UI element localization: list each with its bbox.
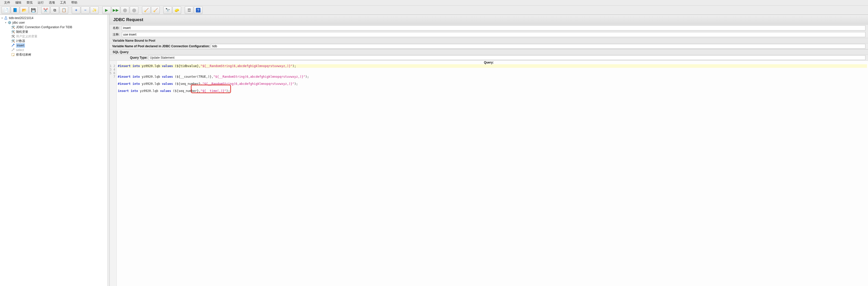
comment-input[interactable] [122,32,865,37]
query-type-select[interactable]: Update Statement [149,56,865,60]
folder-open-icon: 📂 [22,8,27,12]
gear-icon: ⚙️ [7,20,12,25]
paste-button[interactable]: 📋 [60,6,68,14]
tree-label: insert [16,43,25,48]
remove-button[interactable]: － [81,6,90,14]
menubar: 文件 编辑 查找 运行 选项 工具 帮助 [0,0,868,6]
help-button[interactable]: ? [194,6,203,14]
expand-button[interactable]: ✨ [90,6,99,14]
tree-node-counter[interactable]: · 🛠️ 计数器 [0,39,107,43]
pool-name-input[interactable] [211,44,865,48]
menu-search[interactable]: 查找 [24,0,35,5]
sql-section-header: SQL Query [110,49,868,55]
scissors-icon: ✂️ [43,8,48,12]
tree-node-thread-group[interactable]: ▾ ⚙️ jdbc user [0,20,107,25]
pagecurl-icon [11,52,15,57]
clear-button[interactable]: 🧹 [142,6,151,14]
wrench-icon: 🛠️ [11,34,15,39]
dropper-icon [11,48,15,52]
start-noTimers-button[interactable]: ▶▶ [112,6,120,14]
save-icon: 💾 [31,8,36,12]
tree-node-jdbc-config[interactable]: · 🛠️ JDBC Connection Configuration For T… [0,25,107,30]
toolbar: 📄 📘 📂 💾 ✂️ ⧉ 📋 ＋ － ✨ ▶ ▶▶ ⬤ ⬤ 🧹 🧹 🔭 🧽 ☲ … [0,6,868,15]
templates-icon: 📘 [13,8,18,12]
play-icon: ▶ [105,8,108,12]
tree-label: select [16,48,24,52]
sql-editor[interactable]: Query: 1 2 3 4 5 6 7 #insert into yz0920… [110,61,868,286]
wrench-icon: 🛠️ [11,30,15,34]
query-type-value: Update Statement [150,56,175,60]
wand-icon: ✨ [92,8,97,12]
jdbc-request-panel: JDBC Request 名称: 注释: Variable Name Bound… [110,15,868,286]
tree-label: tidb-test20221014 [9,16,33,20]
help-icon: ? [196,8,200,12]
play-fast-icon: ▶▶ [113,8,119,12]
stop-button[interactable]: ⬤ [121,6,129,14]
tree-label: 随机变量 [16,30,28,34]
minus-icon: － [84,8,87,12]
menu-options[interactable]: 选项 [46,0,58,5]
dropper-icon [11,43,15,48]
new-button[interactable]: 📄 [2,6,10,14]
flask-icon [4,16,8,20]
file-new-icon: 📄 [4,8,8,12]
broom-all-icon: 🧹 [153,8,158,12]
test-plan-tree[interactable]: ▾ tidb-test20221014 ▾ ⚙️ jdbc user [0,16,107,57]
editor-code[interactable]: #insert into yz0920.lqb values (${tidbva… [117,61,868,286]
tree-node-select-sampler[interactable]: · select [0,48,107,52]
tree-twisty-icon[interactable]: ▾ [4,20,7,25]
plus-icon: ＋ [74,8,78,12]
query-type-label: Query Type: [130,56,149,60]
function-helper-button[interactable]: ☲ [185,6,193,14]
clear-all-button[interactable]: 🧹 [151,6,160,14]
tree-label: 察看结果树 [16,52,31,57]
tree-twisty-icon[interactable]: ▾ [1,16,4,20]
save-button[interactable]: 💾 [29,6,38,14]
start-button[interactable]: ▶ [102,6,111,14]
panel-title: JDBC Request [110,15,868,25]
editor-gutter: 1 2 3 4 5 6 7 [110,61,117,286]
copy-button[interactable]: ⧉ [50,6,59,14]
tree-node-insert-sampler[interactable]: · insert [0,43,107,48]
copy-icon: ⧉ [54,8,56,12]
name-label: 名称: [112,26,122,30]
tree-node-test-plan[interactable]: ▾ tidb-test20221014 [0,16,107,20]
menu-file[interactable]: 文件 [2,0,13,5]
menu-help[interactable]: 帮助 [69,0,80,5]
menu-tools[interactable]: 工具 [58,0,69,5]
pool-label: Variable Name of Pool declared in JDBC C… [112,44,211,48]
cut-button[interactable]: ✂️ [41,6,50,14]
clipboard-icon: 📋 [62,8,66,12]
eraser-icon: 🧽 [175,8,179,12]
pool-section-header: Variable Name Bound to Pool [110,38,868,43]
split-divider[interactable] [108,15,110,286]
name-input[interactable] [122,25,865,31]
reset-search-button[interactable]: 🧽 [173,6,181,14]
shutdown-icon: ⬤ [132,8,136,12]
search-tree-button[interactable]: 🔭 [163,6,172,14]
tree-label: jdbc user [12,20,25,25]
tree-node-view-results-tree[interactable]: · 察看结果树 [0,52,107,57]
test-plan-tree-pane: ▾ tidb-test20221014 ▾ ⚙️ jdbc user [0,15,108,286]
broom-icon: 🧹 [144,8,149,12]
open-button[interactable]: 📂 [20,6,29,14]
comment-label: 注释: [112,33,122,37]
shutdown-button[interactable]: ⬤ [130,6,138,14]
wrench-icon: 🛠️ [11,39,15,43]
add-button[interactable]: ＋ [72,6,81,14]
binoculars-icon: 🔭 [165,8,170,12]
wrench-icon: 🛠️ [11,25,15,30]
tree-label: JDBC Connection Configuration For TiDB [16,25,72,30]
menu-edit[interactable]: 编辑 [13,0,24,5]
tree-node-user-defined-variables[interactable]: · 🛠️ 用户定义的变量 [0,34,107,39]
stop-icon: ⬤ [123,8,127,12]
templates-button[interactable]: 📘 [11,6,19,14]
tree-node-random-variable[interactable]: · 🛠️ 随机变量 [0,30,107,34]
menu-run[interactable]: 运行 [35,0,46,5]
list-icon: ☲ [187,8,191,12]
tree-label: 用户定义的变量 [16,34,37,39]
tree-label: 计数器 [16,39,25,43]
